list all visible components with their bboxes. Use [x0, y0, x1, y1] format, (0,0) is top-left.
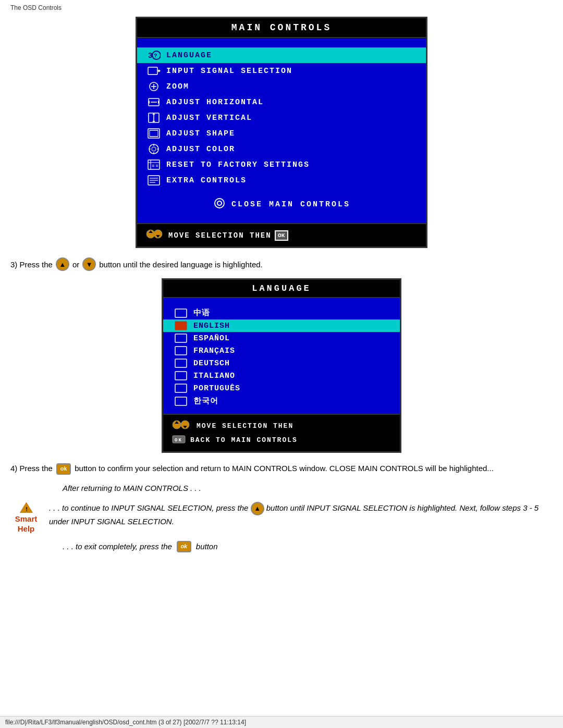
lang-item-italiano[interactable]: ITALIANO — [163, 369, 400, 382]
lang-footer-text2: BACK TO MAIN CONTROLS — [190, 436, 298, 444]
lang-label-francais: FRANÇAIS — [193, 347, 235, 355]
vert-icon — [145, 112, 162, 124]
lang-label-deutsch: DEUTSCH — [193, 359, 230, 368]
svg-rect-18 — [150, 130, 158, 137]
instruction-4: 4) Press the ok button to confirm your s… — [10, 462, 553, 475]
menu-item-input[interactable]: INPUT SIGNAL SELECTION — [137, 63, 426, 79]
exit-ok-btn: ok — [177, 541, 191, 552]
ok-inline-btn: ok — [56, 463, 71, 475]
top-bar: The OSD Controls — [10, 4, 553, 11]
extra-icon — [145, 175, 162, 186]
smart-up-btn[interactable]: ▲ — [251, 502, 264, 515]
lang-label-italiano: ITALIANO — [193, 372, 235, 380]
lang-footer-text1: MOVE SELECTION THEN — [197, 422, 293, 430]
main-controls-footer: MOVE SELECTION THEN OK — [137, 223, 426, 246]
svg-text:?: ? — [154, 53, 158, 59]
warning-svg: ! — [12, 502, 41, 513]
svg-point-37 — [218, 202, 221, 205]
svg-rect-47 — [175, 372, 187, 380]
close-main-controls[interactable]: CLOSE MAIN CONTROLS — [137, 192, 426, 216]
lang-footer-row1: MOVE SELECTION THEN — [172, 419, 391, 433]
svg-marker-5 — [158, 69, 161, 72]
lang-label-chinese: 中语 — [193, 308, 210, 318]
language-label: LANGUAGE — [166, 51, 212, 60]
input-label: INPUT SIGNAL SELECTION — [166, 67, 292, 76]
lang-label-espanol: ESPAÑOL — [193, 334, 230, 343]
svg-rect-42 — [175, 309, 187, 317]
svg-rect-44 — [175, 334, 187, 342]
lang-item-portugues[interactable]: PORTUGUÊS — [163, 382, 400, 394]
lang-back-icon: OK — [172, 434, 186, 447]
svg-text:!: ! — [26, 506, 28, 512]
vert-label: ADJUST VERTICAL — [166, 114, 252, 122]
lang-item-english[interactable]: ENGLISH — [163, 319, 400, 332]
language-footer: MOVE SELECTION THEN OK BACK TO MAIN CONT… — [163, 414, 400, 451]
svg-text:OK: OK — [175, 438, 182, 443]
menu-item-horiz[interactable]: ADJUST HORIZONTAL — [137, 94, 426, 110]
menu-item-reset[interactable]: ≡≡ RESET TO FACTORY SETTINGS — [137, 157, 426, 172]
menu-item-shape[interactable]: ADJUST SHAPE — [137, 126, 426, 141]
lang-icon-english — [174, 321, 188, 330]
zoom-label: ZOOM — [166, 82, 189, 91]
language-display: LANGUAGE 中语 ENGLISH — [162, 278, 401, 453]
lang-icon-italiano — [174, 371, 188, 380]
menu-item-extra[interactable]: EXTRA CONTROLS — [137, 172, 426, 188]
zoom-icon — [145, 81, 162, 92]
after-returning-text: After returning to MAIN CONTROLS . . . — [63, 484, 201, 492]
exit-line: . . . to exit completely, press the ok b… — [10, 540, 553, 553]
down-button[interactable]: ▼ — [82, 257, 96, 271]
lang-icon-deutsch — [174, 359, 188, 368]
color-icon — [145, 143, 162, 155]
top-bar-text: The OSD Controls — [10, 4, 62, 11]
smart-help-text: . . . to continue to INPUT SIGNAL SELECT… — [49, 502, 553, 528]
lang-item-korean[interactable]: 한국어 — [163, 394, 400, 408]
lang-footer-row2: OK BACK TO MAIN CONTROLS — [172, 434, 391, 447]
lang-icon-chinese — [174, 309, 188, 318]
close-label: CLOSE MAIN CONTROLS — [231, 200, 350, 209]
extra-label: EXTRA CONTROLS — [166, 176, 247, 185]
lang-item-espanol[interactable]: ESPAÑOL — [163, 332, 400, 344]
main-controls-title: MAIN CONTROLS — [137, 18, 426, 38]
help-label: Help — [18, 524, 35, 533]
horiz-icon — [145, 96, 162, 108]
smart-text1: . . . to continue to INPUT SIGNAL SELECT… — [49, 503, 248, 512]
instr3-text3: button until the desired language is hig… — [99, 260, 263, 269]
shape-label: ADJUST SHAPE — [166, 129, 235, 138]
instr3-text2: or — [72, 260, 79, 269]
svg-rect-46 — [175, 359, 187, 367]
svg-point-22 — [152, 147, 156, 151]
lang-icon-espanol — [174, 334, 188, 343]
warning-triangle: ! Smart Help — [10, 502, 42, 533]
lang-item-deutsch[interactable]: DEUTSCH — [163, 357, 400, 369]
lang-move-icon — [172, 419, 192, 433]
svg-rect-43 — [175, 322, 187, 330]
svg-rect-45 — [175, 347, 187, 355]
bottom-bar: file:///D|/Rita/LF3/lf3manual/english/OS… — [0, 716, 563, 728]
menu-item-color[interactable]: ADJUST COLOR — [137, 141, 426, 157]
instr4-text: 4) Press the — [10, 464, 53, 473]
footer-label: MOVE SELECTION THEN — [168, 231, 272, 240]
lang-label-korean: 한국어 — [193, 396, 218, 406]
language-body: 中语 ENGLISH ESPAÑOL — [163, 298, 400, 414]
svg-rect-48 — [175, 384, 187, 392]
main-controls-body: 3 ? LANGUAGE INPUT SIGNAL SELECTION — [137, 38, 426, 223]
shape-icon — [145, 128, 162, 139]
horiz-label: ADJUST HORIZONTAL — [166, 98, 264, 107]
lang-item-francais[interactable]: FRANÇAIS — [163, 344, 400, 357]
color-label: ADJUST COLOR — [166, 145, 235, 154]
menu-item-language[interactable]: 3 ? LANGUAGE — [137, 47, 426, 63]
menu-item-vert[interactable]: ADJUST VERTICAL — [137, 110, 426, 126]
up-button[interactable]: ▲ — [56, 257, 69, 271]
exit-text1: . . . to exit completely, press the — [63, 540, 172, 553]
input-icon — [145, 65, 162, 77]
svg-text:≡≡: ≡≡ — [152, 164, 160, 169]
menu-item-zoom[interactable]: ZOOM — [137, 79, 426, 94]
instruction-3: 3) Press the ▲ or ▼ button until the des… — [10, 257, 553, 271]
bottom-bar-text: file:///D|/Rita/LF3/lf3manual/english/OS… — [5, 719, 246, 726]
smart-help-section: ! Smart Help . . . to continue to INPUT … — [10, 502, 553, 533]
language-icon: 3 ? — [145, 50, 162, 61]
reset-icon: ≡≡ — [145, 159, 162, 170]
smart-label: Smart — [15, 514, 38, 523]
lang-item-chinese[interactable]: 中语 — [163, 306, 400, 319]
instr4-text-after: button to confirm your selection and ret… — [75, 464, 494, 473]
